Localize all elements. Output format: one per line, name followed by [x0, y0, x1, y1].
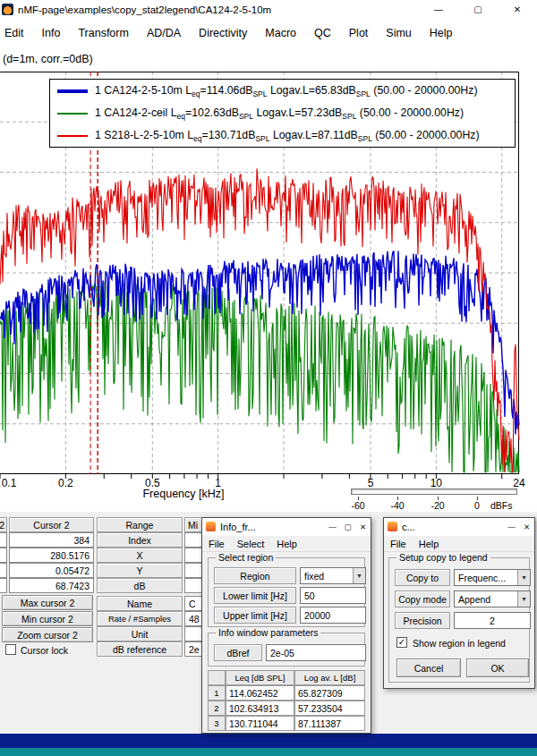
menu-file[interactable]: File [202, 539, 231, 549]
range-header: Range [97, 517, 183, 532]
maximize-button[interactable]: ▢ [340, 518, 355, 536]
legend-entry: 1 S218-L-2-5-10m Leq=130.71dBSPL Logav.L… [50, 124, 515, 147]
legend-entry: 1 CA124-2-5-10m Leq=114.06dBSPL Logav.L=… [50, 80, 515, 102]
cursor2-index-value[interactable]: 384 [9, 532, 94, 548]
meter-scale-label: 0 [466, 500, 488, 511]
menu-simu[interactable]: Simu [377, 27, 420, 39]
cursor2-x-value[interactable]: 280.5176 [9, 548, 94, 563]
table-cell-leq: 102.634913 [226, 701, 294, 716]
group-title: Select region [216, 552, 276, 563]
menu-select[interactable]: Select [231, 539, 271, 549]
cursor-lock-checkbox[interactable] [5, 644, 16, 655]
plot-subtitle: (d=1m, corr.=0dB) [3, 47, 93, 71]
copy-to-label: Copy to [395, 569, 450, 586]
cursor2-y-value[interactable]: 0.05472 [9, 563, 94, 578]
meter-unit-label: dBFs [490, 500, 513, 511]
menu-help[interactable]: Help [270, 539, 303, 549]
meter-scale-label: -20 [427, 500, 448, 511]
cursor2-db-value[interactable]: 68.7423 [9, 578, 94, 593]
clipped-value-cell [0, 532, 7, 548]
info-window-menubar: File Select Help [202, 536, 371, 552]
copy-to-value: Frequenc... [458, 573, 506, 583]
select-region-group: Select region Region fixed ▼ Lower limit… [208, 557, 365, 627]
ok-button[interactable]: OK [466, 658, 529, 677]
menu-help[interactable]: Help [421, 27, 462, 39]
range-row-y: Y [97, 563, 183, 578]
min-cursor2-button[interactable]: Min cursor 2 [2, 611, 93, 626]
table-row-index: 2 [208, 701, 226, 716]
info-parameters-group: Info window parameters dBref 2e-05 [208, 633, 365, 667]
menu-edit[interactable]: Edit [0, 27, 33, 39]
unit-label: Unit [97, 626, 183, 641]
chevron-down-icon[interactable]: ▼ [353, 568, 365, 583]
x-axis-tick-label: 10 [430, 477, 442, 489]
app-window: nMF-page\examples\copy_stat2legend\CA124… [0, 0, 537, 756]
dbref-input[interactable]: 2e-05 [266, 644, 366, 661]
minimize-button[interactable]: — [504, 518, 519, 536]
x-axis-tick-label: 5 [368, 477, 374, 489]
precision-label: Precision [395, 612, 450, 629]
table-corner-cell [208, 670, 226, 685]
group-title: Setup copy to legend [396, 552, 490, 563]
range-row-index: Index [97, 532, 183, 548]
legend-entry-text: 1 S218-L-2-5-10m Leq=130.71dBSPL Logav.L… [95, 129, 480, 143]
menu-plot[interactable]: Plot [340, 27, 378, 39]
minimize-button[interactable]: — [419, 0, 458, 20]
zoom-cursor2-button[interactable]: Zoom cursor 2 [2, 627, 93, 642]
menu-macro[interactable]: Macro [256, 27, 305, 39]
taskbar-strip [0, 748, 537, 756]
legend-entry-text: 1 CA124-2-ceil Leq=102.63dBSPL Logav.L=5… [95, 106, 464, 121]
clipped-header-cell: 2 [0, 517, 7, 532]
menu-directivity[interactable]: Directivity [190, 27, 256, 39]
lower-limit-label: Lower limit [Hz] [214, 587, 296, 604]
range-row-x: X [97, 548, 183, 563]
copy-mode-value: Append [458, 594, 490, 605]
close-button[interactable]: ✕ [498, 0, 537, 20]
table-cell-logav: 57.233504 [294, 701, 365, 716]
cursor2-header: Cursor 2 [9, 517, 94, 532]
close-button[interactable]: ✕ [355, 518, 371, 536]
copy-window-titlebar[interactable]: c... — ✕ [384, 518, 534, 536]
chevron-down-icon[interactable]: ▼ [517, 591, 530, 607]
table-header-logav: Log av. L [dB] [294, 670, 365, 685]
show-region-checkbox[interactable]: ✓ [396, 637, 407, 648]
lower-limit-input[interactable]: 50 [300, 587, 366, 604]
menu-info[interactable]: Info [33, 27, 70, 39]
dbref-label: dBref [214, 644, 262, 661]
upper-limit-input[interactable]: 20000 [300, 607, 366, 624]
x-axis-tick-label: 24 [513, 477, 524, 489]
region-value: fixed [304, 571, 324, 582]
max-cursor2-button[interactable]: Max cursor 2 [2, 595, 93, 610]
menu-file[interactable]: File [384, 539, 413, 549]
name-label: Name [97, 596, 183, 611]
meter-scale-label: -40 [387, 500, 408, 511]
db-reference-label: dB reference [97, 641, 183, 657]
x-axis-tick-label: 0.1 [2, 477, 17, 489]
legend-line-sample [57, 89, 88, 93]
setup-copy-group: Setup copy to legend Copy to Frequenc...… [388, 557, 530, 683]
info-window-titlebar[interactable]: Info_fr... — ▢ ✕ [202, 518, 371, 536]
minimize-button[interactable]: — [325, 518, 340, 536]
meter-scale-label: -60 [347, 500, 369, 511]
menu-adda[interactable]: AD/DA [138, 27, 190, 39]
table-cell-leq: 130.711044 [226, 716, 294, 731]
menu-transform[interactable]: Transform [69, 27, 138, 39]
table-cell-logav: 65.827309 [294, 685, 365, 701]
close-button[interactable]: ✕ [519, 518, 534, 536]
copy-window-title: c... [402, 518, 415, 536]
range-row-db: dB [97, 578, 183, 593]
maximize-button[interactable]: ▢ [458, 0, 498, 20]
table-header-leq: Leq [dB SPL] [226, 670, 294, 685]
x-axis-title: Frequency [kHz] [116, 488, 251, 500]
copy-to-combobox[interactable]: Frequenc... ▼ [454, 569, 531, 586]
chevron-down-icon[interactable]: ▼ [517, 570, 530, 585]
copy-mode-combobox[interactable]: Append ▼ [454, 590, 531, 607]
precision-input[interactable]: 2 [454, 612, 531, 629]
region-combobox[interactable]: fixed ▼ [300, 567, 366, 584]
menu-qc[interactable]: QC [305, 27, 340, 39]
chart-legend: 1 CA124-2-5-10m Leq=114.06dBSPL Logav.L=… [49, 79, 516, 148]
cancel-button[interactable]: Cancel [396, 658, 461, 677]
show-region-label: Show region in legend [413, 638, 506, 649]
menu-help[interactable]: Help [413, 539, 446, 549]
window-title: nMF-page\examples\copy_stat2legend\CA124… [18, 0, 271, 20]
